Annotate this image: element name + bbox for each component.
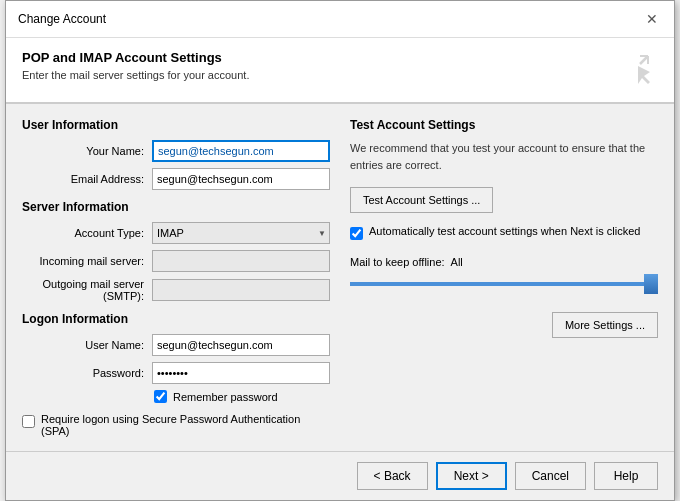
right-section-title: Test Account Settings	[350, 118, 658, 132]
your-name-label: Your Name:	[22, 145, 152, 157]
help-button[interactable]: Help	[594, 462, 658, 490]
incoming-mail-row: Incoming mail server:	[22, 250, 330, 272]
email-address-input[interactable]	[152, 168, 330, 190]
svg-line-2	[640, 56, 648, 64]
incoming-mail-label: Incoming mail server:	[22, 255, 152, 267]
offline-slider[interactable]	[350, 274, 658, 294]
account-type-select[interactable]: IMAP POP3	[152, 222, 330, 244]
account-type-select-wrapper: IMAP POP3 ▼	[152, 222, 330, 244]
password-label: Password:	[22, 367, 152, 379]
user-name-input[interactable]	[152, 334, 330, 356]
footer: < Back Next > Cancel Help	[6, 451, 674, 500]
test-account-settings-button[interactable]: Test Account Settings ...	[350, 187, 493, 213]
account-type-label: Account Type:	[22, 227, 152, 239]
spa-label: Require logon using Secure Password Auth…	[41, 413, 330, 437]
remember-password-label: Remember password	[173, 391, 278, 403]
logon-info-label: Logon Information	[22, 312, 330, 326]
incoming-mail-input[interactable]	[152, 250, 330, 272]
close-button[interactable]: ✕	[642, 9, 662, 29]
remember-password-checkbox[interactable]	[154, 390, 167, 403]
cancel-button[interactable]: Cancel	[515, 462, 586, 490]
title-bar: Change Account ✕	[6, 1, 674, 38]
right-panel: Test Account Settings We recommend that …	[350, 118, 658, 437]
header-section: POP and IMAP Account Settings Enter the …	[6, 38, 674, 103]
dialog-title: Change Account	[18, 12, 106, 26]
more-settings-button[interactable]: More Settings ...	[552, 312, 658, 338]
offline-label-row: Mail to keep offline: All	[350, 256, 658, 268]
slider-fill	[350, 282, 658, 286]
right-description: We recommend that you test your account …	[350, 140, 658, 173]
spa-checkbox[interactable]	[22, 415, 35, 428]
your-name-row: Your Name:	[22, 140, 330, 162]
left-panel: User Information Your Name: Email Addres…	[22, 118, 330, 437]
auto-test-label: Automatically test account settings when…	[369, 225, 640, 237]
header-title: POP and IMAP Account Settings	[22, 50, 249, 65]
cursor-icon	[620, 52, 656, 88]
main-content: User Information Your Name: Email Addres…	[6, 104, 674, 451]
outgoing-mail-label: Outgoing mail server (SMTP):	[22, 278, 152, 302]
header-description: Enter the mail server settings for your …	[22, 69, 249, 81]
remember-password-row: Remember password	[154, 390, 330, 403]
next-button[interactable]: Next >	[436, 462, 507, 490]
back-button[interactable]: < Back	[357, 462, 428, 490]
auto-test-row: Automatically test account settings when…	[350, 225, 658, 240]
header-left: POP and IMAP Account Settings Enter the …	[22, 50, 249, 81]
spa-row: Require logon using Secure Password Auth…	[22, 413, 330, 437]
outgoing-mail-input[interactable]	[152, 279, 330, 301]
dialog: Change Account ✕ POP and IMAP Account Se…	[5, 0, 675, 501]
offline-value: All	[451, 256, 463, 268]
user-name-label: User Name:	[22, 339, 152, 351]
password-row: Password:	[22, 362, 330, 384]
server-info-label: Server Information	[22, 200, 330, 214]
user-name-row: User Name:	[22, 334, 330, 356]
your-name-input[interactable]	[152, 140, 330, 162]
email-address-label: Email Address:	[22, 173, 152, 185]
account-type-row: Account Type: IMAP POP3 ▼	[22, 222, 330, 244]
header-icon	[618, 50, 658, 90]
auto-test-checkbox[interactable]	[350, 227, 363, 240]
offline-label: Mail to keep offline:	[350, 256, 445, 268]
outgoing-mail-row: Outgoing mail server (SMTP):	[22, 278, 330, 302]
offline-section: Mail to keep offline: All	[350, 256, 658, 294]
user-info-label: User Information	[22, 118, 330, 132]
slider-thumb[interactable]	[644, 274, 658, 294]
password-input[interactable]	[152, 362, 330, 384]
email-address-row: Email Address:	[22, 168, 330, 190]
